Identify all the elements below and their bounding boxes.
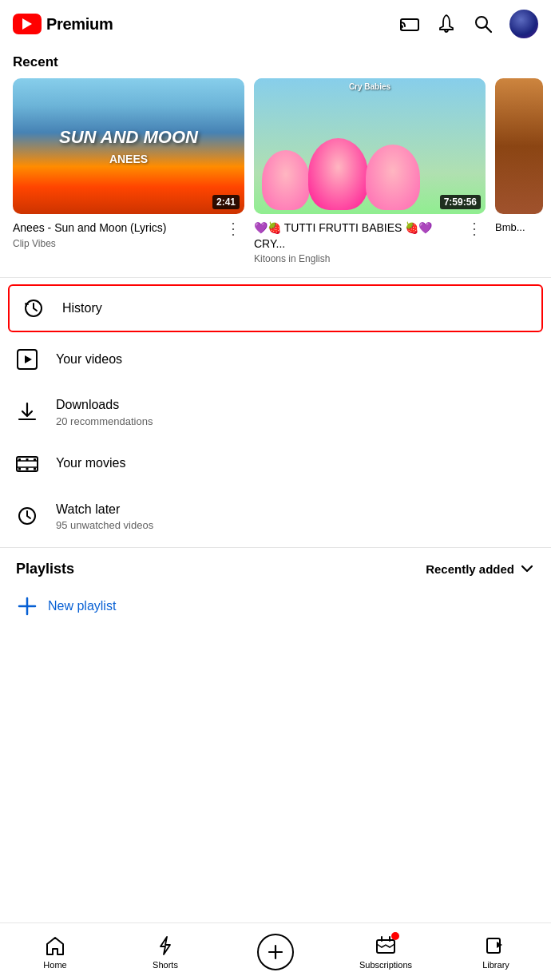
watch-later-label: Watch later [56, 501, 535, 518]
sort-button[interactable]: Recently added [426, 561, 535, 577]
recent-section-label: Recent [0, 48, 551, 78]
history-label: History [62, 300, 529, 317]
playlists-header: Playlists Recently added [0, 548, 551, 587]
download-icon [16, 400, 38, 423]
nav-subscriptions[interactable]: Subscriptions [331, 928, 441, 976]
notification-badge [391, 932, 399, 940]
nav-home-label: Home [43, 960, 66, 970]
nav-shorts-label: Shorts [153, 960, 178, 970]
home-icon [44, 934, 66, 957]
video-title: Bmb... [495, 220, 543, 235]
history-menu-item[interactable]: History [8, 284, 543, 332]
your-movies-text: Your movies [56, 454, 535, 472]
svg-rect-13 [18, 467, 21, 470]
video-card[interactable]: Cry Babies 7:59:56 💜🍓 TUTTI FRUTTI BABIE… [254, 78, 486, 264]
video-title: 💜🍓 TUTTI FRUTTI BABIES 🍓💜 CRY... [254, 220, 463, 252]
new-playlist-button[interactable]: New playlist [0, 587, 551, 630]
header: Premium [0, 0, 551, 48]
thumb-logo: Cry Babies [349, 82, 390, 91]
app-title: Premium [46, 15, 113, 34]
nav-library[interactable]: Library [441, 928, 551, 976]
cast-icon[interactable] [399, 14, 420, 34]
video-card[interactable]: SUN AND MOON ANEES 2:41 Anees - Sun and … [13, 78, 244, 264]
watch-later-icon [16, 505, 38, 527]
svg-rect-16 [26, 458, 29, 461]
video-info: 💜🍓 TUTTI FRUTTI BABIES 🍓💜 CRY... Kitoons… [254, 214, 486, 264]
video-text: 💜🍓 TUTTI FRUTTI BABIES 🍓💜 CRY... Kitoons… [254, 220, 463, 264]
downloads-subtitle: 20 recommendations [56, 415, 535, 427]
video-card[interactable]: Bmb... [495, 78, 543, 264]
thumb-title-overlay: SUN AND MOON [59, 127, 198, 148]
bell-icon[interactable] [436, 14, 457, 34]
add-icon[interactable] [257, 934, 294, 970]
playlists-title: Playlists [16, 561, 74, 577]
watch-later-menu-item[interactable]: Watch later 95 unwatched videos [0, 488, 551, 544]
duration-badge: 2:41 [212, 195, 240, 209]
duration-badge: 7:59:56 [440, 195, 481, 209]
search-icon[interactable] [473, 14, 494, 34]
video-title: Anees - Sun and Moon (Lyrics) [13, 220, 166, 236]
nav-create[interactable] [220, 927, 331, 977]
nav-shorts[interactable]: Shorts [110, 928, 220, 976]
new-playlist-label: New playlist [48, 599, 116, 613]
chevron-down-icon [519, 561, 535, 577]
movies-icon [16, 453, 38, 475]
subscriptions-icon [375, 934, 397, 957]
svg-rect-17 [26, 467, 29, 470]
more-options-button[interactable]: ⋮ [463, 220, 486, 236]
your-movies-label: Your movies [56, 454, 535, 472]
video-thumbnail: Cry Babies 7:59:56 [254, 78, 486, 214]
video-text: Anees - Sun and Moon (Lyrics) Clip Vibes [13, 220, 166, 249]
thumb-artist-overlay: ANEES [109, 153, 148, 165]
avatar[interactable] [509, 10, 538, 38]
svg-rect-0 [401, 19, 418, 30]
svg-marker-6 [25, 355, 32, 363]
video-channel: Clip Vibes [13, 238, 166, 249]
history-icon [22, 297, 45, 319]
recent-videos-list: SUN AND MOON ANEES 2:41 Anees - Sun and … [0, 78, 551, 277]
yt-icon [13, 14, 42, 34]
downloads-text: Downloads 20 recommendations [56, 396, 535, 427]
your-videos-label: Your videos [56, 351, 535, 368]
your-movies-menu-item[interactable]: Your movies [0, 440, 551, 488]
plus-icon [16, 595, 38, 617]
nav-library-label: Library [482, 960, 509, 970]
logo-area: Premium [13, 14, 113, 34]
nav-subscriptions-label: Subscriptions [359, 960, 412, 970]
history-text: History [62, 300, 529, 317]
svg-line-3 [486, 27, 492, 33]
svg-rect-12 [18, 458, 21, 461]
header-actions [399, 10, 538, 38]
menu-list: History Your videos Downloads 20 recomme… [0, 278, 551, 547]
your-videos-text: Your videos [56, 351, 535, 368]
more-options-button[interactable]: ⋮ [222, 220, 244, 236]
downloads-menu-item[interactable]: Downloads 20 recommendations [0, 383, 551, 439]
video-info: Anees - Sun and Moon (Lyrics) Clip Vibes… [13, 214, 244, 249]
video-channel: Kitoons in English [254, 253, 463, 264]
shorts-icon [154, 934, 176, 957]
watch-later-text: Watch later 95 unwatched videos [56, 501, 535, 531]
your-videos-menu-item[interactable]: Your videos [0, 335, 551, 383]
library-icon [485, 934, 507, 957]
video-thumbnail: SUN AND MOON ANEES 2:41 [13, 78, 244, 214]
downloads-label: Downloads [56, 396, 535, 414]
youtube-logo[interactable]: Premium [13, 14, 113, 34]
svg-rect-14 [34, 458, 36, 461]
svg-rect-15 [34, 467, 36, 470]
watch-later-subtitle: 95 unwatched videos [56, 519, 535, 531]
sort-label: Recently added [426, 562, 514, 576]
play-icon [16, 348, 38, 371]
bottom-navigation: Home Shorts [0, 922, 551, 980]
nav-home[interactable]: Home [0, 928, 110, 976]
